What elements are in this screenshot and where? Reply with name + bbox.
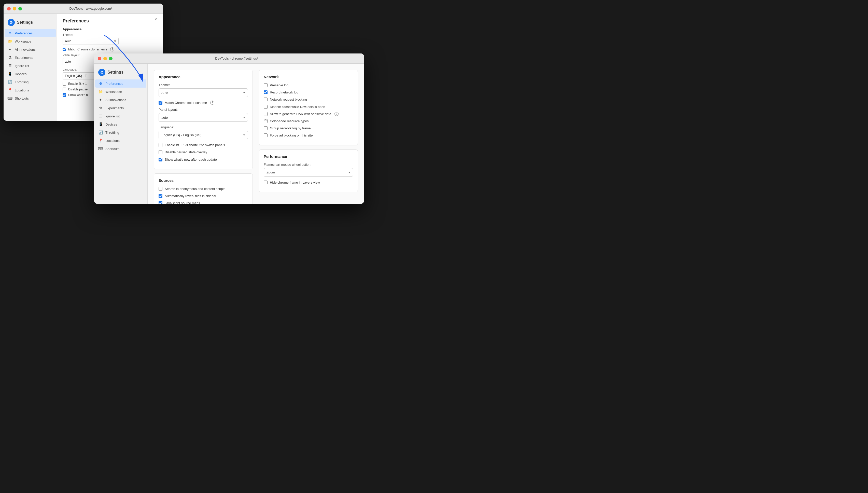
sidebar-label-ai-small: AI innovations (15, 48, 36, 51)
sidebar-label-preferences-small: Preferences (15, 31, 32, 35)
disable-paused-label: Disable paused state overlay (165, 150, 207, 155)
show-whats-new-label: Show what's new after each update (165, 157, 217, 162)
sidebar-item-ignorelist-small[interactable]: ☰ Ignore list (4, 62, 57, 70)
location-icon-small: 📍 (8, 88, 12, 92)
auto-reveal-checkbox[interactable] (159, 194, 162, 198)
cmd-shortcut-row: Enable ⌘ + 1-9 shortcut to switch panels (159, 143, 248, 147)
match-chrome-help-icon[interactable]: ? (210, 101, 214, 105)
panel-layout-select[interactable]: auto (159, 113, 248, 122)
sidebar-item-throttling-small[interactable]: 🔄 Throttling (4, 78, 57, 86)
keyboard-icon-small: ⌨ (8, 96, 12, 101)
color-code-row: Color-code resource types (264, 119, 353, 124)
preserve-log-row: Preserve log (264, 83, 353, 88)
force-ad-blocking-row: Force ad blocking on this site (264, 133, 353, 138)
sidebar-item-preferences-small[interactable]: ⚙ Preferences (5, 29, 56, 37)
sidebar-item-throttling-large[interactable]: 🔄 Throttling (94, 128, 148, 136)
auto-reveal-label: Automatically reveal files in sidebar (165, 194, 216, 198)
close-button-small[interactable] (7, 7, 11, 10)
sidebar-title-small: Settings (17, 20, 33, 25)
folder-icon-small: 📁 (8, 39, 12, 44)
flask-icon-small: ⚗ (8, 55, 12, 60)
disable-paused-checkbox[interactable] (159, 150, 162, 154)
sidebar-item-experiments-small[interactable]: ⚗ Experiments (4, 53, 57, 62)
device-icon-large: 📱 (98, 122, 103, 127)
list-icon-large: ☰ (98, 114, 103, 119)
sidebar-label-shortcuts-small: Shortcuts (15, 97, 29, 100)
fullscreen-button-small[interactable] (18, 7, 22, 10)
sidebar-item-workspace-large[interactable]: 📁 Workspace (94, 88, 148, 96)
sidebar-label-ignorelist-large: Ignore list (105, 114, 120, 118)
anonymous-scripts-checkbox[interactable] (159, 187, 162, 191)
sidebar-item-devices-large[interactable]: 📱 Devices (94, 120, 148, 128)
close-dialog-button-large[interactable]: × (263, 117, 268, 123)
show-whats-new-checkbox[interactable] (159, 158, 162, 162)
window-title-small: DevTools - www.google.com/ (22, 7, 159, 10)
content-title-small: Preferences (63, 18, 157, 24)
anonymous-scripts-row: Search in anonymous and content scripts (159, 187, 248, 191)
js-source-maps-checkbox[interactable] (159, 201, 162, 204)
sidebar-header-small: ⚙ Settings (4, 17, 57, 29)
match-chrome-row: Match Chrome color scheme ? (159, 101, 248, 105)
force-ad-blocking-checkbox[interactable] (264, 133, 268, 137)
minimize-button-small[interactable] (13, 7, 16, 10)
sparkle-icon-small: ✦ (8, 47, 12, 52)
sidebar-label-devices-small: Devices (15, 72, 26, 76)
sidebar-item-shortcuts-small[interactable]: ⌨ Shortcuts (4, 94, 57, 102)
sidebar-item-ai-large[interactable]: ✦ AI innovations (94, 96, 148, 104)
disable-cache-row: Disable cache while DevTools is open (264, 105, 353, 109)
settings-icon-small: ⚙ (8, 19, 15, 26)
sidebar-label-shortcuts-large: Shortcuts (105, 147, 119, 151)
cmd-shortcut-checkbox[interactable] (159, 143, 162, 147)
har-sensitive-checkbox[interactable] (264, 112, 268, 116)
disable-paused-checkbox-small[interactable] (63, 88, 66, 91)
network-section: Network Preserve log Record network log … (259, 70, 358, 145)
performance-heading: Performance (264, 154, 353, 159)
flamechart-select[interactable]: Zoom (264, 168, 353, 177)
disable-paused-row: Disable paused state overlay (159, 150, 248, 155)
match-chrome-checkbox-small[interactable] (63, 48, 66, 51)
left-column: Appearance Theme: Auto ▼ Match Chrome co… (154, 70, 253, 198)
sidebar-item-ai-small[interactable]: ✦ AI innovations (4, 45, 57, 53)
theme-label: Theme: (159, 83, 248, 87)
sidebar-item-shortcuts-large[interactable]: ⌨ Shortcuts (94, 145, 148, 153)
sidebar-item-locations-small[interactable]: 📍 Locations (4, 86, 57, 94)
sources-section: Sources Search in anonymous and content … (154, 173, 253, 204)
network-request-blocking-label: Network request blocking (270, 97, 307, 102)
theme-select[interactable]: Auto (159, 88, 248, 97)
disable-cache-label: Disable cache while DevTools is open (270, 105, 325, 109)
js-source-maps-label: JavaScript source maps (165, 201, 200, 204)
list-icon-small: ☰ (8, 63, 12, 68)
disable-cache-checkbox[interactable] (264, 105, 268, 109)
group-network-label: Group network log by frame (270, 126, 311, 131)
network-request-blocking-checkbox[interactable] (264, 98, 268, 101)
network-request-blocking-row: Network request blocking (264, 97, 353, 102)
js-source-maps-row: JavaScript source maps (159, 201, 248, 204)
group-network-checkbox[interactable] (264, 126, 268, 130)
force-ad-blocking-label: Force ad blocking on this site (270, 133, 313, 138)
language-select[interactable]: English (US) - English (US) (159, 131, 248, 139)
right-column: Network Preserve log Record network log … (259, 70, 358, 198)
sidebar-item-devices-small[interactable]: 📱 Devices (4, 70, 57, 78)
har-sensitive-label: Allow to generate HAR with sensitive dat… (270, 112, 331, 116)
sidebar-item-experiments-large[interactable]: ⚗ Experiments (94, 104, 148, 112)
panel-layout-select-wrap: auto ▼ (159, 113, 248, 122)
hide-chrome-frame-checkbox[interactable] (264, 180, 268, 184)
har-sensitive-help-icon[interactable]: ? (334, 112, 338, 116)
match-chrome-checkbox[interactable] (159, 101, 162, 105)
panel-layout-label: Panel layout: (159, 108, 248, 111)
record-network-checkbox[interactable] (264, 90, 268, 94)
appearance-heading: Appearance (159, 74, 248, 79)
anonymous-scripts-label: Search in anonymous and content scripts (165, 187, 225, 191)
sidebar-item-workspace-small[interactable]: 📁 Workspace (4, 37, 57, 45)
close-dialog-button-small[interactable]: × (153, 17, 158, 22)
show-whats-new-checkbox-small[interactable] (63, 93, 66, 97)
window-body-large: ⚙ Settings ⚙ Preferences 📁 Workspace ✦ A… (94, 64, 364, 204)
preserve-log-label: Preserve log (270, 83, 288, 88)
sidebar-label-workspace-large: Workspace (105, 90, 122, 94)
sidebar-label-locations-small: Locations (15, 88, 29, 92)
cmd-shortcut-checkbox-small[interactable] (63, 82, 66, 86)
preserve-log-checkbox[interactable] (264, 83, 268, 87)
sidebar-item-locations-large[interactable]: 📍 Locations (94, 136, 148, 145)
network-heading: Network (264, 74, 353, 79)
sidebar-item-ignorelist-large[interactable]: ☰ Ignore list (94, 112, 148, 120)
